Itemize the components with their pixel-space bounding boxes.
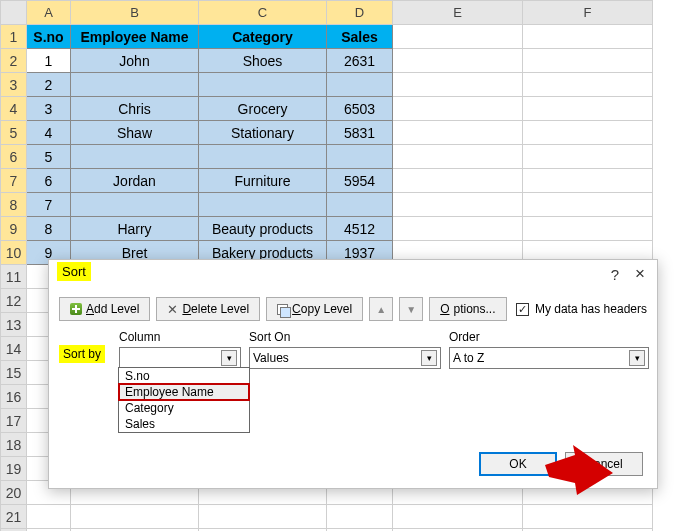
select-all-corner[interactable] (1, 1, 27, 25)
cell[interactable] (71, 145, 199, 169)
cell[interactable] (523, 145, 653, 169)
cell[interactable]: 6 (27, 169, 71, 193)
cell[interactable]: 5 (27, 145, 71, 169)
cell[interactable] (393, 97, 523, 121)
cell[interactable]: Harry (71, 217, 199, 241)
cell[interactable]: Furniture (199, 169, 327, 193)
options-button[interactable]: Options... (429, 297, 506, 321)
cell[interactable]: Shoes (199, 49, 327, 73)
cell[interactable] (393, 25, 523, 49)
cell[interactable] (393, 49, 523, 73)
cell[interactable]: 7 (27, 193, 71, 217)
cell[interactable]: 5954 (327, 169, 393, 193)
cell[interactable]: Chris (71, 97, 199, 121)
cell[interactable] (71, 193, 199, 217)
row-header[interactable]: 13 (1, 313, 27, 337)
cell[interactable] (393, 169, 523, 193)
cell[interactable] (27, 505, 71, 529)
help-button[interactable]: ? (611, 266, 619, 283)
headers-checkbox[interactable]: ✓ My data has headers (516, 302, 647, 316)
cell[interactable] (393, 145, 523, 169)
cell[interactable] (71, 505, 199, 529)
cell[interactable]: 2 (27, 73, 71, 97)
sortby-combo[interactable]: ▾ (119, 347, 241, 369)
cell[interactable]: Employee Name (71, 25, 199, 49)
cell[interactable]: Category (199, 25, 327, 49)
cell[interactable] (393, 193, 523, 217)
col-header-c[interactable]: C (199, 1, 327, 25)
cell[interactable]: Stationary (199, 121, 327, 145)
ok-button[interactable]: OK (479, 452, 557, 476)
row-header[interactable]: 10 (1, 241, 27, 265)
add-level-button[interactable]: Add Level (59, 297, 150, 321)
cell[interactable] (523, 169, 653, 193)
cell[interactable] (327, 193, 393, 217)
cell[interactable]: Jordan (71, 169, 199, 193)
cell[interactable] (523, 25, 653, 49)
cell[interactable] (327, 145, 393, 169)
cell[interactable]: 2631 (327, 49, 393, 73)
cell[interactable] (199, 145, 327, 169)
col-header-f[interactable]: F (523, 1, 653, 25)
cell[interactable]: 6503 (327, 97, 393, 121)
row-header[interactable]: 15 (1, 361, 27, 385)
dropdown-option[interactable]: Employee Name (119, 384, 249, 400)
order-combo[interactable]: A to Z ▾ (449, 347, 649, 369)
cell[interactable]: Beauty products (199, 217, 327, 241)
cell[interactable] (393, 505, 523, 529)
cell[interactable] (523, 121, 653, 145)
move-down-button[interactable]: ▼ (399, 297, 423, 321)
row-header[interactable]: 11 (1, 265, 27, 289)
cell[interactable] (523, 505, 653, 529)
col-header-b[interactable]: B (71, 1, 199, 25)
delete-level-button[interactable]: ✕ Delete Level (156, 297, 260, 321)
cell[interactable]: John (71, 49, 199, 73)
cell[interactable] (393, 217, 523, 241)
cell[interactable]: S.no (27, 25, 71, 49)
dropdown-option[interactable]: Sales (119, 416, 249, 432)
copy-level-button[interactable]: Copy Level (266, 297, 363, 321)
cell[interactable]: Sales (327, 25, 393, 49)
row-header[interactable]: 1 (1, 25, 27, 49)
row-header[interactable]: 8 (1, 193, 27, 217)
cell[interactable] (327, 73, 393, 97)
row-header[interactable]: 14 (1, 337, 27, 361)
row-header[interactable]: 7 (1, 169, 27, 193)
row-header[interactable]: 16 (1, 385, 27, 409)
cell[interactable]: 4 (27, 121, 71, 145)
row-header[interactable]: 6 (1, 145, 27, 169)
row-header[interactable]: 9 (1, 217, 27, 241)
dropdown-option[interactable]: Category (119, 400, 249, 416)
row-header[interactable]: 19 (1, 457, 27, 481)
col-header-d[interactable]: D (327, 1, 393, 25)
cell[interactable] (523, 73, 653, 97)
close-button[interactable]: × (635, 264, 645, 284)
sortby-dropdown[interactable]: S.no Employee Name Category Sales (118, 367, 250, 433)
row-header[interactable]: 3 (1, 73, 27, 97)
row-header[interactable]: 2 (1, 49, 27, 73)
row-header[interactable]: 18 (1, 433, 27, 457)
cell[interactable]: 3 (27, 97, 71, 121)
cell[interactable]: 1 (27, 49, 71, 73)
move-up-button[interactable]: ▲ (369, 297, 393, 321)
cell[interactable]: 8 (27, 217, 71, 241)
row-header[interactable]: 4 (1, 97, 27, 121)
cell[interactable] (327, 505, 393, 529)
cell[interactable] (523, 193, 653, 217)
cell[interactable]: 4512 (327, 217, 393, 241)
sorton-combo[interactable]: Values ▾ (249, 347, 441, 369)
cancel-button[interactable]: Cancel (565, 452, 643, 476)
row-header[interactable]: 5 (1, 121, 27, 145)
cell[interactable]: 5831 (327, 121, 393, 145)
row-header[interactable]: 12 (1, 289, 27, 313)
cell[interactable] (523, 217, 653, 241)
cell[interactable] (523, 97, 653, 121)
row-header[interactable]: 21 (1, 505, 27, 529)
cell[interactable]: Grocery (199, 97, 327, 121)
cell[interactable] (393, 121, 523, 145)
cell[interactable]: Shaw (71, 121, 199, 145)
cell[interactable] (71, 73, 199, 97)
cell[interactable] (199, 73, 327, 97)
col-header-a[interactable]: A (27, 1, 71, 25)
cell[interactable] (523, 49, 653, 73)
